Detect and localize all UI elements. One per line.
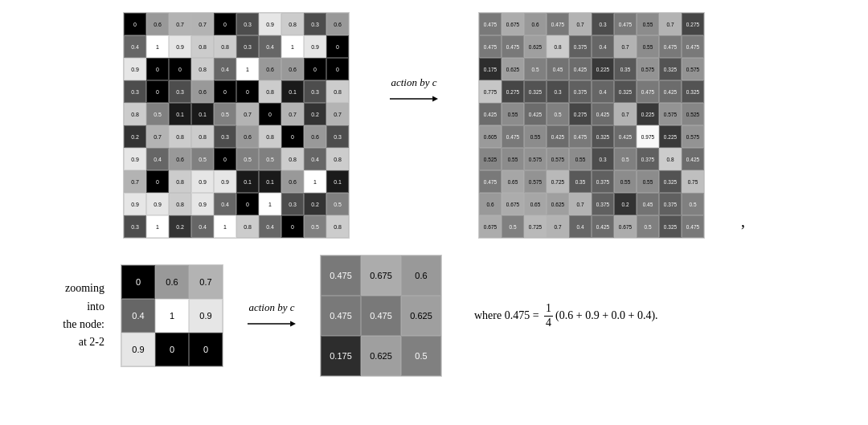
grid-cell: 0.7	[614, 35, 637, 58]
grid-cell: 0.5	[524, 58, 547, 80]
grid-cell: 0.8	[281, 13, 304, 35]
grid-cell: 0.3	[124, 215, 146, 238]
grid-cell: 0.7	[191, 13, 214, 35]
svg-marker-1	[432, 96, 438, 102]
grid-cell: 0.175	[479, 58, 502, 80]
grid-cell: 0.8	[124, 103, 146, 125]
top-right-grid: 0.4750.6750.60.4750.70.30.4750.550.70.27…	[478, 12, 705, 239]
grid-cell: 0	[214, 80, 236, 103]
grid-cell: 0.475	[502, 35, 524, 58]
grid-cell: 0.7	[569, 193, 592, 215]
grid-cell: 1	[281, 35, 304, 58]
grid-cell: 0.9	[259, 13, 281, 35]
grid-cell: 0	[169, 58, 191, 80]
grid-cell: 0.5	[547, 103, 569, 125]
grid-cell: 0.5	[214, 103, 236, 125]
grid-cell: 0	[281, 125, 304, 148]
grid-cell: 0.9	[124, 58, 146, 80]
grid-cell: 0	[236, 80, 259, 103]
grid-cell: 0.45	[637, 193, 659, 215]
grid-cell: 0.55	[569, 148, 592, 170]
grid-cell: 1	[236, 58, 259, 80]
grid-cell: 0.625	[401, 296, 441, 336]
grid-cell: 0.675	[502, 193, 524, 215]
grid-cell: 0.375	[569, 35, 592, 58]
grid-cell: 0.475	[569, 125, 592, 148]
grid-cell: 1	[155, 299, 189, 333]
grid-cell: 0.425	[479, 103, 502, 125]
grid-cell: 0.6	[326, 13, 349, 35]
grid-cell: 0.475	[637, 80, 659, 103]
grid-cell: 0.2	[304, 193, 326, 215]
grid-cell: 0.5	[682, 193, 704, 215]
grid-cell: 0.55	[502, 148, 524, 170]
grid-cell: 0.275	[502, 80, 524, 103]
grid-cell: 0.2	[614, 193, 637, 215]
grid-cell: 0.375	[569, 80, 592, 103]
grid-cell: 0.625	[502, 58, 524, 80]
grid-cell: 0.3	[547, 80, 569, 103]
grid-cell: 0.575	[659, 103, 682, 125]
grid-cell: 0	[146, 80, 169, 103]
grid-cell: 0.975	[637, 125, 659, 148]
grid-cell: 0.9	[214, 170, 236, 193]
bottom-arrow-area: action by c	[240, 301, 304, 330]
grid-cell: 0.725	[524, 215, 547, 238]
grid-cell: 0.5	[146, 103, 169, 125]
grid-cell: 0.6	[281, 170, 304, 193]
grid-cell: 0.4	[592, 80, 614, 103]
grid-cell: 0.425	[682, 148, 704, 170]
fraction-numerator: 1	[544, 302, 553, 317]
grid-cell: 0.325	[682, 80, 704, 103]
grid-cell: 0.1	[326, 170, 349, 193]
grid-cell: 0	[259, 103, 281, 125]
grid-cell: 0.6	[524, 13, 547, 35]
grid-cell: 1	[146, 215, 169, 238]
grid-cell: 0.9	[124, 148, 146, 170]
bottom-left-grid: 00.60.70.410.90.900	[121, 264, 223, 367]
grid-cell: 0.75	[682, 170, 704, 193]
bottom-arrow-label: action by c	[248, 301, 294, 314]
grid-cell: 0.8	[259, 125, 281, 148]
grid-cell: 0.55	[637, 35, 659, 58]
grid-cell: 0.6	[304, 125, 326, 148]
grid-cell: 0.375	[592, 170, 614, 193]
grid-cell: 0.8	[214, 35, 236, 58]
grid-cell: 0.675	[361, 255, 401, 296]
grid-cell: 0.275	[682, 13, 704, 35]
grid-cell: 0.8	[191, 35, 214, 58]
bottom-right-grid: 0.4750.6750.60.4750.4750.6250.1750.6250.…	[320, 255, 442, 377]
grid-cell: 0.4	[304, 148, 326, 170]
grid-cell: 0.7	[326, 103, 349, 125]
grid-cell: 0.425	[659, 80, 682, 103]
grid-cell: 0	[326, 35, 349, 58]
grid-cell: 0.3	[304, 80, 326, 103]
grid-cell: 0.375	[592, 193, 614, 215]
grid-cell: 0.6	[479, 193, 502, 215]
grid-cell: 0.325	[524, 80, 547, 103]
grid-cell: 0	[214, 148, 236, 170]
grid-cell: 0.475	[479, 35, 502, 58]
top-left-grid: 00.60.70.700.30.90.80.30.60.410.90.80.80…	[123, 12, 350, 239]
grid-cell: 0.4	[592, 35, 614, 58]
grid-cell: 0.475	[479, 170, 502, 193]
grid-cell: 0.4	[214, 58, 236, 80]
grid-cell: 0.6	[401, 255, 441, 296]
grid-cell: 0.45	[547, 58, 569, 80]
grid-cell: 0.35	[569, 170, 592, 193]
grid-cell: 0.605	[479, 125, 502, 148]
grid-cell: 0.525	[682, 103, 704, 125]
grid-cell: 0.8	[547, 35, 569, 58]
grid-cell: 0.575	[524, 148, 547, 170]
grid-cell: 0.2	[169, 215, 191, 238]
grid-cell: 0.55	[637, 13, 659, 35]
grid-cell: 0.9	[121, 333, 155, 366]
grid-cell: 0.1	[191, 103, 214, 125]
grid-cell: 0.575	[682, 125, 704, 148]
grid-cell: 0.8	[169, 170, 191, 193]
grid-cell: 0.8	[236, 215, 259, 238]
fraction-denominator: 4	[544, 317, 553, 330]
grid-cell: 0.55	[502, 103, 524, 125]
grid-cell: 0.475	[547, 13, 569, 35]
grid-cell: 0.8	[326, 215, 349, 238]
